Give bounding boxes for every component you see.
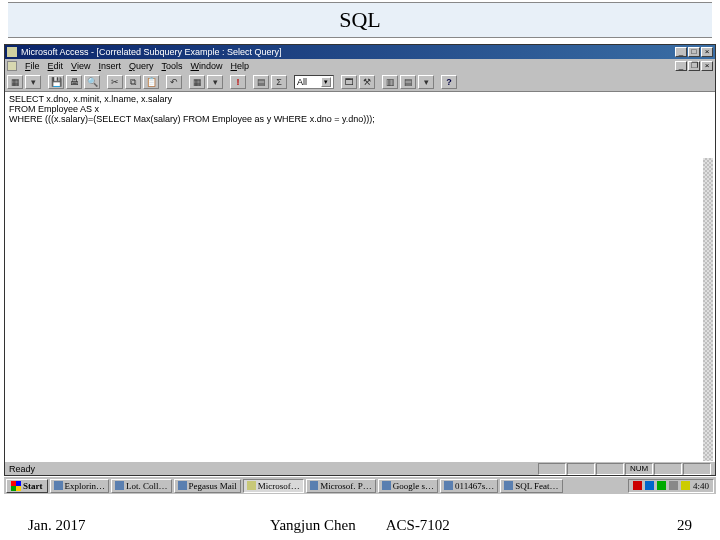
tray-icon[interactable]	[657, 481, 666, 490]
app-icon	[178, 481, 187, 490]
windows-logo-icon	[11, 481, 21, 491]
show-table-button[interactable]: ▤	[253, 75, 269, 89]
task-item[interactable]: 011467s…	[440, 479, 498, 493]
status-num: NUM	[625, 463, 653, 475]
close-button[interactable]: ×	[701, 47, 713, 57]
properties-button[interactable]: 🗔	[341, 75, 357, 89]
menu-file[interactable]: File	[25, 61, 40, 71]
preview-button[interactable]: 🔍	[84, 75, 100, 89]
slide-footer: Jan. 2017 Yangjun Chen ACS-7102 29	[0, 517, 720, 534]
chevron-down-icon: ▾	[321, 77, 331, 87]
totals-button[interactable]: Σ	[271, 75, 287, 89]
menu-view[interactable]: View	[71, 61, 90, 71]
menu-help[interactable]: Help	[231, 61, 250, 71]
query-type-dropdown[interactable]: ▾	[207, 75, 223, 89]
minimize-button[interactable]: _	[675, 47, 687, 57]
sql-line1: SELECT x.dno, x.minit, x.lname, x.salary	[9, 94, 172, 104]
task-item-active[interactable]: Microsof…	[243, 479, 304, 493]
access-icon	[247, 481, 256, 490]
tray-icon[interactable]	[645, 481, 654, 490]
build-button[interactable]: ⚒	[359, 75, 375, 89]
mdi-close-button[interactable]: ×	[701, 61, 713, 71]
task-item[interactable]: Pegasus Mail	[174, 479, 241, 493]
doc-icon	[7, 61, 17, 71]
footer-course: ACS-7102	[386, 517, 450, 534]
menu-edit[interactable]: Edit	[48, 61, 64, 71]
top-values-combo[interactable]: All ▾	[294, 75, 334, 89]
menu-window[interactable]: Window	[190, 61, 222, 71]
tray-icon[interactable]	[633, 481, 642, 490]
combo-value: All	[297, 77, 307, 87]
sql-line2: FROM Employee AS x	[9, 104, 99, 114]
view-dropdown-button[interactable]: ▾	[25, 75, 41, 89]
status-cell	[654, 463, 682, 475]
help-button[interactable]: ?	[441, 75, 457, 89]
task-item[interactable]: Explorin…	[50, 479, 110, 493]
status-cell	[538, 463, 566, 475]
cut-button[interactable]: ✂	[107, 75, 123, 89]
start-label: Start	[23, 481, 43, 491]
access-window: Microsoft Access - [Correlated Subquery …	[4, 44, 716, 476]
app-icon	[382, 481, 391, 490]
app-icon	[54, 481, 63, 490]
paste-button[interactable]: 📋	[143, 75, 159, 89]
sql-editor[interactable]: SELECT x.dno, x.minit, x.lname, x.salary…	[5, 91, 715, 461]
titlebar: Microsoft Access - [Correlated Subquery …	[5, 45, 715, 59]
mdi-restore-button[interactable]: ❐	[688, 61, 700, 71]
toolbar: ▦ ▾ 💾 🖶 🔍 ✂ ⧉ 📋 ↶ ▦ ▾ ! ▤ Σ All ▾	[5, 73, 715, 91]
mdi-minimize-button[interactable]: _	[675, 61, 687, 71]
new-object-dropdown[interactable]: ▾	[418, 75, 434, 89]
vertical-scrollbar[interactable]	[703, 158, 713, 461]
footer-page: 29	[677, 517, 692, 534]
tray-icon[interactable]	[669, 481, 678, 490]
taskbar: Start Explorin… Lot. Coll… Pegasus Mail …	[4, 476, 716, 494]
menu-insert[interactable]: Insert	[98, 61, 121, 71]
task-item[interactable]: SQL Feat…	[500, 479, 562, 493]
undo-button[interactable]: ↶	[166, 75, 182, 89]
status-ready: Ready	[9, 464, 35, 474]
slide-title: SQL	[8, 2, 712, 38]
view-button[interactable]: ▦	[7, 75, 23, 89]
statusbar: Ready NUM	[5, 461, 715, 475]
start-button[interactable]: Start	[6, 479, 48, 493]
app-icon	[444, 481, 453, 490]
status-cell	[683, 463, 711, 475]
menu-query[interactable]: Query	[129, 61, 154, 71]
menu-tools[interactable]: Tools	[161, 61, 182, 71]
db-window-button[interactable]: ▥	[382, 75, 398, 89]
window-title: Microsoft Access - [Correlated Subquery …	[21, 47, 675, 57]
query-type-button[interactable]: ▦	[189, 75, 205, 89]
save-button[interactable]: 💾	[48, 75, 64, 89]
maximize-button[interactable]: □	[688, 47, 700, 57]
tray-icon[interactable]	[681, 481, 690, 490]
task-item[interactable]: Microsof. P…	[306, 479, 376, 493]
status-cell	[596, 463, 624, 475]
access-logo-icon	[7, 47, 17, 57]
footer-author: Yangjun Chen	[270, 517, 356, 534]
run-button[interactable]: !	[230, 75, 246, 89]
footer-date: Jan. 2017	[28, 517, 86, 534]
clock: 4:40	[693, 481, 709, 491]
app-icon	[115, 481, 124, 490]
new-object-button[interactable]: ▤	[400, 75, 416, 89]
task-item[interactable]: Google s…	[378, 479, 438, 493]
system-tray: 4:40	[628, 479, 714, 493]
app-icon	[504, 481, 513, 490]
menubar: File Edit View Insert Query Tools Window…	[5, 59, 715, 73]
status-cell	[567, 463, 595, 475]
copy-button[interactable]: ⧉	[125, 75, 141, 89]
app-icon	[310, 481, 319, 490]
task-item[interactable]: Lot. Coll…	[111, 479, 172, 493]
print-button[interactable]: 🖶	[66, 75, 82, 89]
sql-line3: WHERE (((x.salary)=(SELECT Max(salary) F…	[9, 114, 375, 124]
